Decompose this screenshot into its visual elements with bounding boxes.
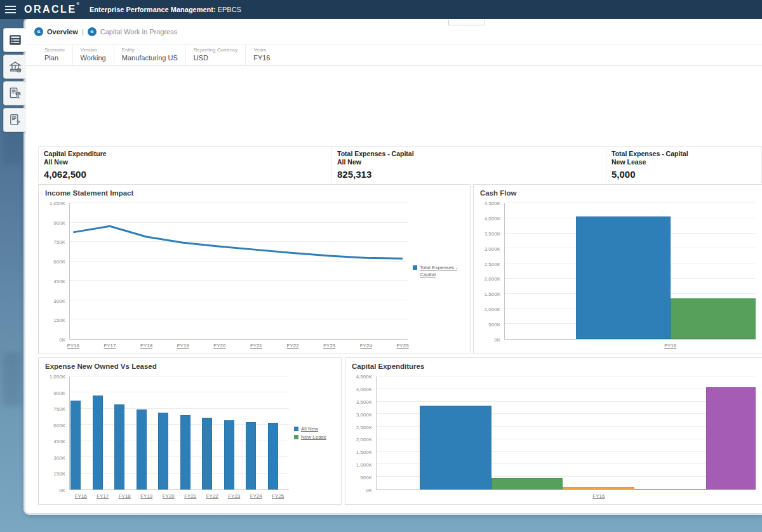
x-tick-label[interactable]: FY24 (250, 493, 262, 499)
chart-legend: All NewNew Lease (289, 376, 335, 490)
legend-label: Total Expenses - Capital (420, 265, 464, 278)
x-tick-label[interactable]: FY17 (97, 493, 109, 499)
x-tick-label[interactable]: FY23 (228, 493, 240, 499)
y-tick-label: 900K (53, 220, 65, 225)
panel-top-artifact (448, 20, 485, 25)
bar (634, 489, 706, 489)
bar (563, 487, 634, 489)
y-tick-label: 300K (53, 298, 65, 303)
plot-inner (377, 376, 756, 489)
back-circle-icon[interactable]: « (34, 27, 43, 36)
y-tick-label: 450K (53, 439, 65, 444)
y-tick-label: 150K (53, 471, 65, 477)
y-tick-label: 2,500K (356, 424, 372, 430)
y-tick-label: 4,000K (485, 215, 500, 221)
bar (706, 387, 756, 489)
sidebar-tab-document-scales[interactable] (3, 81, 26, 105)
bar (158, 413, 168, 489)
y-tick-label: 500K (488, 322, 500, 328)
breadcrumb-overview-link[interactable]: Overview (47, 28, 78, 36)
pov-field-entity[interactable]: EntityManufacturing US (121, 45, 186, 65)
back-circle-icon[interactable]: « (88, 27, 97, 36)
chart-cash-flow: Cash Flow0K500K1,000K1,500K2,000K2,500K3… (473, 184, 762, 354)
x-tick-label[interactable]: FY18 (119, 493, 131, 499)
y-tick-label: 600K (53, 259, 65, 265)
x-tick-label[interactable]: FY16 (67, 343, 79, 349)
breadcrumb: « Overview | « Capital Work in Progress (34, 24, 177, 39)
pov-field-value: USD (194, 54, 237, 62)
kpi-subtitle: All New (44, 158, 326, 166)
kpi-value: 5,000 (612, 169, 756, 180)
x-tick-label[interactable]: FY16 (75, 493, 87, 499)
dashboard-panel: « Overview | « Capital Work in Progress … (25, 19, 762, 513)
y-tick-label: 1,050K (50, 201, 65, 206)
x-tick-label[interactable]: FY19 (140, 493, 152, 499)
bar (224, 420, 234, 489)
y-tick-label: 1,000K (356, 462, 372, 468)
background-blur-artifact (3, 352, 22, 406)
y-axis: 0K500K1,000K1,500K2,000K2,500K3,000K3,50… (348, 376, 376, 490)
document-scales-icon (8, 86, 22, 100)
pov-field-scenario[interactable]: ScenarioPlan (43, 45, 73, 65)
pov-field-value: Manufacturing US (122, 54, 178, 62)
pov-field-label: Reporting Currency (194, 47, 237, 53)
bar (180, 415, 190, 489)
kpi-title: Total Expenses - Capital (337, 150, 601, 158)
legend-swatch (294, 427, 298, 431)
chart-title: Capital Expenditures (345, 358, 762, 371)
x-tick-label[interactable]: FY16 (664, 343, 676, 349)
chart-income-statement-impact: Income Statement Impact0K150K300K450K600… (38, 184, 471, 354)
x-tick-label[interactable]: FY20 (163, 493, 175, 499)
x-tick-label[interactable]: FY17 (104, 343, 116, 349)
y-tick-label: 2,500K (485, 261, 500, 267)
pov-field-years[interactable]: YearsFY16 (252, 45, 281, 65)
kpi-subtitle: New Lease (612, 158, 756, 166)
y-tick-label: 2,000K (485, 276, 500, 282)
pov-field-version[interactable]: VersionWorking (79, 45, 114, 65)
x-tick-label[interactable]: FY21 (184, 493, 196, 499)
pov-field-reporting-currency[interactable]: Reporting CurrencyUSD (192, 45, 246, 65)
x-tick-label[interactable]: FY19 (177, 343, 189, 349)
plot-inner (70, 203, 408, 339)
x-tick-label[interactable]: FY25 (272, 493, 284, 499)
sidebar-tab-document-question[interactable]: ? (3, 108, 26, 132)
background-blur-artifact (3, 130, 23, 165)
y-tick-label: 1,050K (50, 374, 65, 380)
x-tick-label[interactable]: FY25 (396, 343, 408, 349)
legend-item[interactable]: Total Expenses - Capital (413, 265, 464, 278)
legend-item[interactable]: All New (294, 426, 335, 432)
hamburger-menu-icon[interactable] (0, 0, 22, 19)
bank-building-icon (8, 60, 22, 74)
app-header: ORACLE® Enterprise Performance Managemen… (0, 0, 762, 19)
x-tick-label[interactable]: FY16 (592, 493, 605, 499)
chart-expense-new-owned-vs-leased: Expense New Owned Vs Leased0K150K300K450… (38, 357, 342, 505)
bar (93, 396, 103, 489)
y-axis: 0K150K300K450K600K750K900K1,050K (41, 376, 69, 490)
chart-title: Expense New Owned Vs Leased (39, 358, 341, 371)
y-tick-label: 3,500K (356, 399, 372, 404)
x-tick-label[interactable]: FY22 (206, 493, 218, 499)
x-tick-label[interactable]: FY20 (213, 343, 225, 349)
plot-area: FY16 (376, 376, 756, 490)
kpi-title: Total Expenses - Capital (612, 150, 756, 158)
plot-area: FY16FY17FY18FY19FY20FY21FY22FY23FY24FY25 (69, 376, 289, 490)
x-tick-label[interactable]: FY22 (287, 343, 299, 349)
legend-label: All New (301, 426, 318, 432)
x-tick-label[interactable]: FY24 (360, 343, 372, 349)
x-tick-label[interactable]: FY21 (250, 343, 262, 349)
x-tick-label[interactable]: FY18 (140, 343, 152, 349)
sidebar-tab-list-panel[interactable] (3, 28, 26, 52)
sidebar-tab-bank-building[interactable] (3, 55, 26, 79)
y-tick-label: 300K (53, 455, 65, 460)
registered-mark: ® (77, 2, 79, 6)
legend-item[interactable]: New Lease (294, 434, 335, 441)
x-tick-label[interactable]: FY23 (323, 343, 335, 349)
pov-field-label: Scenario (44, 47, 65, 53)
bar (420, 406, 491, 489)
chart-title: Cash Flow (474, 185, 762, 198)
plot-inner (505, 203, 756, 339)
y-tick-label: 750K (53, 406, 65, 412)
y-tick-label: 2,000K (356, 437, 372, 442)
y-axis: 0K150K300K450K600K750K900K1,050K (41, 203, 69, 340)
bar (268, 423, 278, 489)
